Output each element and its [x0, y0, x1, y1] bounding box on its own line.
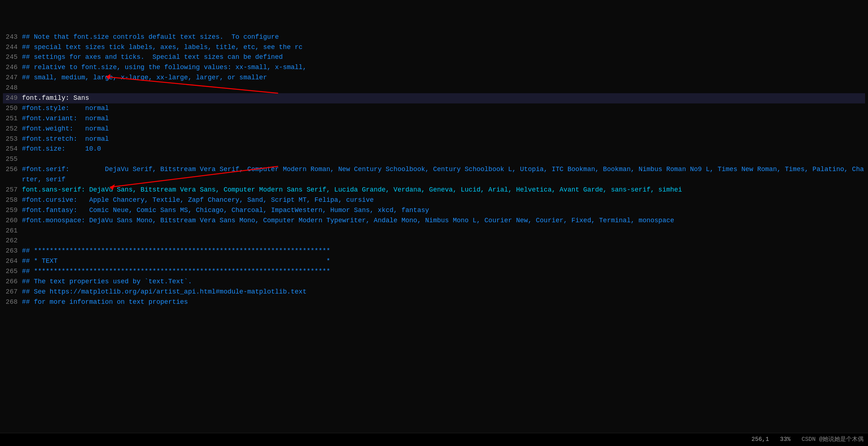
line-number: 256 [3, 165, 22, 185]
line-code [22, 226, 865, 236]
line-code: ## See https://matplotlib.org/api/artist… [22, 287, 865, 297]
code-line: 252#font.weight: normal [3, 124, 865, 134]
line-number: 266 [3, 277, 22, 287]
line-code: #font.monospace: DejaVu Sans Mono, Bitst… [22, 216, 865, 226]
line-number: 267 [3, 287, 22, 297]
line-code: #font.cursive: Apple Chancery, Textile, … [22, 195, 865, 205]
line-code: ## relative to font.size, using the foll… [22, 63, 865, 73]
line-code: ## Note that font.size controls default … [22, 32, 865, 42]
code-content[interactable]: 243## Note that font.size controls defau… [0, 1, 868, 431]
code-line: 249font.family: Sans [3, 93, 865, 103]
line-number: 255 [3, 154, 22, 165]
editor: 243## Note that font.size controls defau… [0, 0, 868, 446]
code-line: 248 [3, 83, 865, 93]
code-line: 268## for more information on text prope… [3, 297, 865, 307]
line-number: 254 [3, 144, 22, 154]
code-line: 243## Note that font.size controls defau… [3, 32, 865, 42]
code-line: 257font.sans-serif: DejaVu Sans, Bitstre… [3, 185, 865, 195]
code-line: 254#font.size: 10.0 [3, 144, 865, 154]
scroll-percent: 33% [780, 435, 791, 444]
code-line: 245## settings for axes and ticks. Speci… [3, 52, 865, 63]
code-area: 243## Note that font.size controls defau… [0, 0, 868, 433]
code-line: 255 [3, 154, 865, 165]
code-line: 266## The text properties used by `text.… [3, 277, 865, 287]
brand-label: CSDN @她说她是个木偶 [801, 435, 864, 444]
line-code: #font.size: 10.0 [22, 144, 865, 154]
code-line: 264## * TEXT * [3, 256, 865, 267]
line-code: #font.weight: normal [22, 124, 865, 134]
line-code: #font.style: normal [22, 103, 865, 114]
line-number: 257 [3, 185, 22, 195]
line-code: #font.fantasy: Comic Neue, Comic Sans MS… [22, 205, 865, 216]
line-code: ## special text sizes tick labels, axes,… [22, 42, 865, 53]
code-line: 256#font.serif: DejaVu Serif, Bitstream … [3, 165, 865, 185]
cursor-position: 256,1 [752, 435, 769, 444]
code-line: 262 [3, 236, 865, 246]
line-code: #font.stretch: normal [22, 134, 865, 144]
line-code: ## The text properties used by `text.Tex… [22, 277, 865, 287]
code-line: 253#font.stretch: normal [3, 134, 865, 144]
line-code: ## for more information on text properti… [22, 297, 865, 307]
line-number: 247 [3, 73, 22, 83]
line-number: 265 [3, 267, 22, 277]
line-number: 250 [3, 103, 22, 114]
line-code: ## small, medium, large, x-large, xx-lar… [22, 73, 865, 83]
code-line: 265## **********************************… [3, 267, 865, 277]
line-number: 259 [3, 205, 22, 216]
line-number: 245 [3, 52, 22, 63]
line-number: 244 [3, 42, 22, 53]
line-number: 243 [3, 32, 22, 42]
line-number: 258 [3, 195, 22, 205]
code-line: 261 [3, 226, 865, 236]
code-line: 244## special text sizes tick labels, ax… [3, 42, 865, 53]
code-line: 260#font.monospace: DejaVu Sans Mono, Bi… [3, 216, 865, 226]
line-number: 260 [3, 216, 22, 226]
line-code: font.sans-serif: DejaVu Sans, Bitstream … [22, 185, 865, 195]
line-code: ## settings for axes and ticks. Special … [22, 52, 865, 63]
line-number: 246 [3, 63, 22, 73]
code-line: 263## **********************************… [3, 246, 865, 256]
code-line: 246## relative to font.size, using the f… [3, 63, 865, 73]
line-code [22, 236, 865, 246]
code-line: 267## See https://matplotlib.org/api/art… [3, 287, 865, 297]
line-number: 251 [3, 114, 22, 124]
line-code: ## *************************************… [22, 246, 865, 256]
code-line: 258#font.cursive: Apple Chancery, Textil… [3, 195, 865, 205]
line-code: #font.serif: DejaVu Serif, Bitstream Ver… [22, 165, 865, 185]
line-number: 249 [3, 93, 22, 103]
code-line: 251#font.variant: normal [3, 114, 865, 124]
status-bar: 256,1 33% CSDN @她说她是个木偶 [0, 433, 868, 446]
line-number: 261 [3, 226, 22, 236]
code-line: 247## small, medium, large, x-large, xx-… [3, 73, 865, 83]
line-number: 248 [3, 83, 22, 93]
line-code: ## *************************************… [22, 267, 865, 277]
line-code: #font.variant: normal [22, 114, 865, 124]
code-line: 250#font.style: normal [3, 103, 865, 114]
line-number: 263 [3, 246, 22, 256]
line-number: 268 [3, 297, 22, 307]
line-number: 252 [3, 124, 22, 134]
code-line: 259#font.fantasy: Comic Neue, Comic Sans… [3, 205, 865, 216]
line-number: 253 [3, 134, 22, 144]
line-number: 264 [3, 256, 22, 267]
line-code: ## * TEXT * [22, 256, 865, 267]
line-code [22, 83, 865, 93]
line-code [22, 154, 865, 165]
line-number: 262 [3, 236, 22, 246]
line-code: font.family: Sans [22, 93, 865, 103]
